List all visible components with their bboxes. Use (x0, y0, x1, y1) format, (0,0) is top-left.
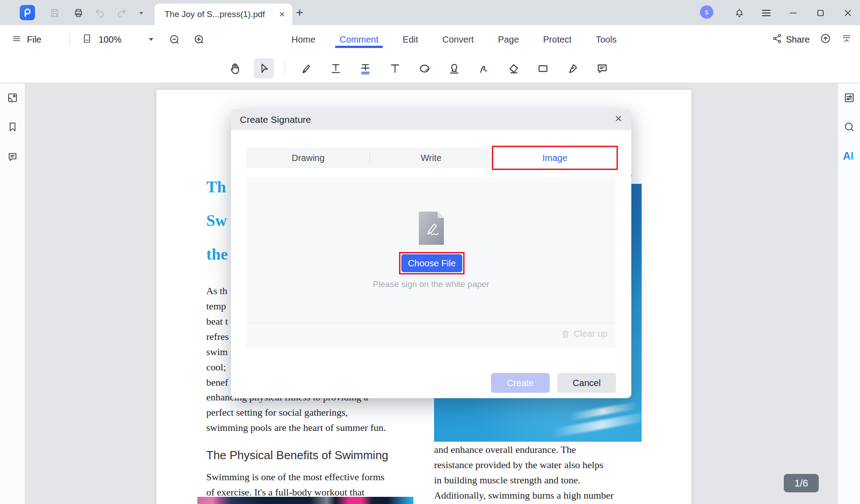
tab-home[interactable]: Home (291, 25, 316, 54)
bookmarks-panel-icon[interactable] (6, 121, 19, 133)
share-label: Share (786, 35, 810, 45)
tab-comment[interactable]: Comment (339, 25, 379, 54)
doc-text-line: and enhance overall endurance. The (434, 444, 576, 456)
choose-file-highlight: Choose File (399, 252, 465, 274)
menubar: File 100% Home Comment Edit Convert Page… (0, 25, 860, 54)
tab-image[interactable]: Image (492, 146, 618, 170)
doc-text-fragment: beat t (206, 316, 228, 327)
rectangle-shape-icon[interactable] (533, 58, 553, 78)
highlighter-icon[interactable] (296, 58, 316, 78)
tab-tools[interactable]: Tools (595, 25, 618, 54)
zoom-in-icon[interactable] (193, 25, 205, 54)
maximize-icon[interactable] (815, 7, 826, 19)
doc-text-fragment: refres (206, 331, 229, 343)
oval-shape-icon[interactable] (414, 58, 434, 78)
ai-label: AI (843, 150, 854, 162)
hand-tool-icon[interactable] (224, 58, 244, 78)
ai-assistant-icon[interactable]: AI (842, 150, 855, 162)
app-window: The Joy of S...press(1).pdf ✕ + s File (0, 0, 860, 504)
zoom-out-icon[interactable] (168, 25, 181, 54)
share-button[interactable]: Share (772, 33, 810, 46)
cancel-button[interactable]: Cancel (557, 373, 616, 393)
notifications-bell-icon[interactable] (734, 7, 745, 19)
doc-text-fragment: cool; (206, 361, 226, 373)
new-tab-icon[interactable]: + (296, 6, 303, 19)
select-tool-icon[interactable] (254, 58, 274, 78)
comments-panel-icon[interactable] (6, 151, 19, 163)
doc-text-fragment: swim (206, 346, 228, 358)
doc-photo-strip (197, 497, 413, 504)
underline-text-icon[interactable] (326, 58, 346, 78)
strikethrough-text-icon[interactable] (355, 58, 375, 78)
tab-write[interactable]: Write (369, 148, 492, 168)
right-panel-rail: AI (838, 83, 860, 504)
more-tools-caret-icon[interactable] (135, 7, 147, 19)
close-window-icon[interactable] (842, 7, 854, 19)
thumbnails-panel-icon[interactable] (6, 91, 19, 104)
zoom-level-value: 100% (99, 35, 122, 45)
signature-file-icon (418, 211, 445, 248)
comment-bubble-icon[interactable] (592, 58, 612, 78)
pencil-sign-icon[interactable] (473, 58, 494, 78)
properties-panel-icon[interactable] (843, 91, 856, 104)
doc-text-fragment: benef (206, 377, 228, 388)
avatar[interactable]: s (700, 5, 713, 19)
tab-convert[interactable]: Convert (442, 25, 475, 54)
cloud-upload-icon[interactable] (820, 33, 831, 46)
app-logo-icon[interactable] (20, 5, 35, 20)
doc-text-line: Swimming is one of the most effective fo… (206, 471, 384, 483)
ribbon-tabs: Home Comment Edit Convert Page Protect T… (291, 25, 617, 54)
fountain-pen-icon[interactable] (562, 58, 582, 78)
signature-drop-area[interactable]: Choose File Please sign on the white pap… (247, 177, 616, 348)
file-hamburger-icon (12, 34, 22, 45)
tab-drawing[interactable]: Drawing (247, 148, 369, 168)
clear-up-button[interactable]: Clear up (560, 329, 608, 339)
tab-protect[interactable]: Protect (542, 25, 572, 54)
print-icon[interactable] (73, 7, 84, 19)
tab-page[interactable]: Page (497, 25, 520, 54)
doc-text-line: in building muscle strength and tone. (434, 474, 580, 486)
zoom-caret-icon[interactable] (149, 25, 153, 54)
panel-separator (247, 323, 616, 323)
file-menu[interactable]: File (12, 25, 41, 54)
signature-hint: Please sign on the white paper (247, 279, 616, 289)
doc-text-fragment: As th (206, 285, 227, 297)
doc-text-line: Additionally, swimming burns a high numb… (434, 490, 614, 501)
page-indicator-badge: 1/6 (784, 474, 819, 492)
doc-title-fragment: the (206, 245, 228, 264)
clear-up-label: Clear up (573, 329, 608, 339)
doc-text-fragment: temp (206, 300, 226, 312)
create-signature-dialog: Create Signature ✕ Drawing Write Image (231, 109, 631, 398)
dialog-header[interactable]: Create Signature ✕ (231, 109, 631, 130)
titlebar: The Joy of S...press(1).pdf ✕ + s (0, 0, 860, 25)
page-thumbnail-icon (82, 33, 92, 46)
document-tab[interactable]: The Joy of S...press(1).pdf ✕ (155, 4, 292, 25)
share-nodes-icon (772, 33, 782, 46)
tab-close-icon[interactable]: ✕ (279, 10, 285, 19)
tab-edit[interactable]: Edit (402, 25, 419, 54)
doc-title-fragment: Th (206, 178, 226, 196)
create-button[interactable]: Create (491, 373, 550, 393)
doc-subheading: The Physical Benefits of Swimming (206, 448, 388, 462)
doc-text-line: swimming pools are the heart of summer f… (206, 422, 386, 434)
page-fit-control[interactable]: 100% (82, 25, 122, 54)
undo-icon[interactable] (94, 7, 106, 19)
menubar-separator (69, 33, 70, 46)
save-icon[interactable] (49, 7, 61, 19)
choose-file-button[interactable]: Choose File (401, 254, 462, 272)
dialog-title: Create Signature (240, 114, 311, 125)
document-tab-title: The Joy of S...press(1).pdf (165, 9, 274, 19)
stamp-icon[interactable] (444, 58, 464, 78)
search-icon[interactable] (843, 121, 856, 133)
dialog-close-icon[interactable]: ✕ (614, 113, 622, 124)
collapse-toolbar-icon[interactable] (841, 33, 852, 46)
app-menu-icon[interactable] (760, 7, 772, 19)
minimize-icon[interactable] (787, 7, 799, 19)
text-comment-icon[interactable] (385, 58, 405, 78)
redo-icon[interactable] (116, 7, 127, 19)
eraser-icon[interactable] (503, 58, 523, 78)
active-tab-underline (335, 46, 383, 48)
left-panel-rail (0, 83, 25, 504)
doc-text-line: perfect setting for social gatherings, (206, 407, 348, 418)
annotation-toolbar (0, 54, 860, 83)
